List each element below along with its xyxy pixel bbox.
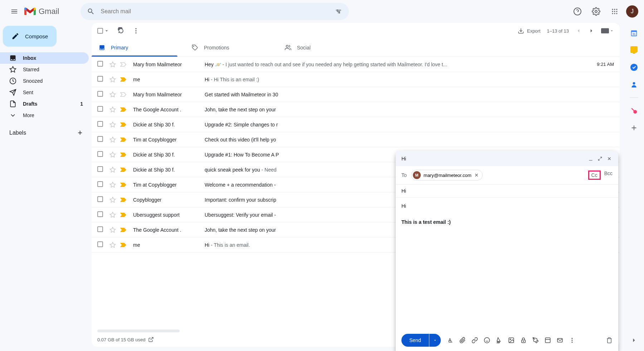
subject-input[interactable]: Hi <box>396 184 618 198</box>
important-marker[interactable] <box>120 152 127 157</box>
send-button[interactable]: Send <box>401 334 429 347</box>
next-page-icon[interactable] <box>588 28 595 34</box>
row-checkbox[interactable] <box>97 196 104 203</box>
more-options-icon[interactable] <box>132 27 140 34</box>
email-row[interactable]: Mary from Mailmeteor Hey 🪐 - I just want… <box>92 57 620 72</box>
refresh-icon[interactable] <box>117 27 125 34</box>
star-button[interactable] <box>109 242 117 248</box>
star-button[interactable] <box>109 91 117 98</box>
important-marker[interactable] <box>120 167 127 172</box>
get-addons-button[interactable] <box>630 124 638 132</box>
row-checkbox[interactable] <box>97 151 104 158</box>
important-marker[interactable] <box>120 197 127 202</box>
sidebar-item-drafts[interactable]: Drafts 1 <box>0 98 89 110</box>
logo[interactable]: Gmail <box>24 7 59 16</box>
star-button[interactable] <box>109 167 117 173</box>
horizontal-scrollbar[interactable] <box>97 330 180 332</box>
star-button[interactable] <box>109 106 117 113</box>
row-checkbox[interactable] <box>97 76 104 83</box>
prev-page-icon[interactable] <box>575 28 582 34</box>
star-button[interactable] <box>109 152 117 158</box>
star-button[interactable] <box>109 76 117 83</box>
open-external-icon[interactable] <box>148 337 154 342</box>
star-button[interactable] <box>109 136 117 143</box>
row-checkbox[interactable] <box>97 61 104 68</box>
keep-addon[interactable] <box>630 46 638 54</box>
signature-button[interactable] <box>532 337 539 343</box>
confidential-button[interactable] <box>520 337 527 343</box>
important-marker[interactable] <box>120 242 127 247</box>
select-all-checkbox[interactable] <box>97 28 109 34</box>
apps-button[interactable] <box>608 4 622 19</box>
important-marker[interactable] <box>120 182 127 187</box>
important-marker[interactable] <box>120 92 127 97</box>
tab-social[interactable]: Social <box>278 39 371 57</box>
export-button[interactable]: Export <box>518 28 541 34</box>
star-button[interactable] <box>109 121 117 128</box>
cc-button[interactable]: Cc <box>588 170 601 180</box>
emoji-button[interactable] <box>484 337 490 343</box>
star-button[interactable] <box>109 61 117 68</box>
row-checkbox[interactable] <box>97 91 104 98</box>
tab-promotions[interactable]: Promotions <box>185 39 278 57</box>
star-button[interactable] <box>109 182 117 188</box>
important-marker[interactable] <box>120 107 127 112</box>
mailmeteor-addon[interactable] <box>630 106 638 115</box>
image-button[interactable] <box>508 337 514 343</box>
remove-recipient-button[interactable]: ✕ <box>474 172 479 178</box>
sidebar-item-snoozed[interactable]: Snoozed <box>0 75 89 87</box>
mailmeteor-compose-button[interactable] <box>557 337 563 343</box>
email-row[interactable]: Tim at Copyblogger Check out this video … <box>92 132 620 147</box>
important-marker[interactable] <box>120 137 127 142</box>
main-menu-button[interactable] <box>6 3 23 20</box>
template-button[interactable] <box>545 337 551 343</box>
important-marker[interactable] <box>120 227 127 232</box>
more-compose-button[interactable] <box>569 337 575 343</box>
tasks-addon[interactable] <box>630 63 638 72</box>
account-avatar[interactable]: J <box>626 5 638 18</box>
close-button[interactable] <box>606 155 613 162</box>
settings-button[interactable] <box>589 4 603 19</box>
link-button[interactable] <box>472 337 478 343</box>
bcc-button[interactable]: Bcc <box>604 170 613 180</box>
input-tools-button[interactable] <box>601 28 614 34</box>
sidebar-item-more[interactable]: More <box>0 110 89 121</box>
email-row[interactable]: Dickie at Ship 30 f. Upgrade #2: Simple … <box>92 117 620 132</box>
email-row[interactable]: The Google Account . John, take the next… <box>92 102 620 117</box>
fullscreen-button[interactable] <box>597 155 603 162</box>
drive-button[interactable] <box>496 337 502 343</box>
compose-body[interactable]: Hi This is a test email :) <box>396 198 618 330</box>
recipient-chip[interactable]: M mary@mailmeteor.com ✕ <box>411 170 483 181</box>
star-button[interactable] <box>109 212 117 218</box>
row-checkbox[interactable] <box>97 166 104 173</box>
important-marker[interactable] <box>120 212 127 217</box>
compose-button[interactable]: Compose <box>3 26 57 47</box>
row-checkbox[interactable] <box>97 121 104 128</box>
recipients-row[interactable]: To M mary@mailmeteor.com ✕ Cc Bcc <box>396 166 618 184</box>
important-marker[interactable] <box>120 122 127 127</box>
star-button[interactable] <box>109 197 117 203</box>
minimize-button[interactable] <box>587 155 594 162</box>
row-checkbox[interactable] <box>97 241 104 248</box>
sidebar-item-sent[interactable]: Sent <box>0 87 89 98</box>
row-checkbox[interactable] <box>97 106 104 113</box>
support-button[interactable] <box>570 4 585 19</box>
important-marker[interactable] <box>120 62 127 67</box>
contacts-addon[interactable] <box>630 80 638 89</box>
tab-primary[interactable]: Primary <box>92 39 185 57</box>
email-row[interactable]: me Hi - Hi This is an email :) <box>92 72 620 87</box>
attach-button[interactable] <box>459 337 466 343</box>
search-options-icon[interactable] <box>335 8 342 15</box>
search-bar[interactable] <box>80 3 349 20</box>
row-checkbox[interactable] <box>97 226 104 233</box>
sidebar-item-starred[interactable]: Starred <box>0 64 89 75</box>
email-row[interactable]: Mary from Mailmeteor Get started with Ma… <box>92 87 620 102</box>
row-checkbox[interactable] <box>97 136 104 143</box>
row-checkbox[interactable] <box>97 181 104 188</box>
formatting-button[interactable] <box>447 337 454 343</box>
calendar-addon[interactable]: 31 <box>630 29 638 37</box>
important-marker[interactable] <box>120 77 127 82</box>
hide-side-panel-button[interactable] <box>630 337 638 344</box>
sidebar-item-inbox[interactable]: Inbox <box>0 52 89 64</box>
send-options-button[interactable] <box>429 334 441 347</box>
